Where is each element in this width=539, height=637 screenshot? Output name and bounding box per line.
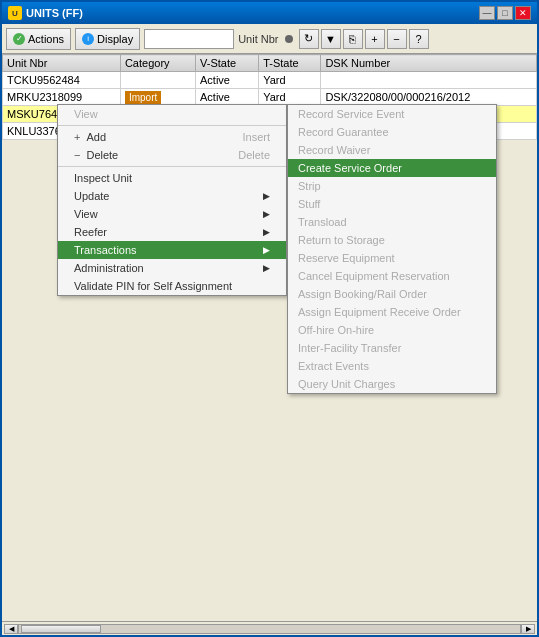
horizontal-scrollbar[interactable]: ◀ ▶ — [2, 621, 537, 635]
submenu-item-transload: Transload — [288, 213, 496, 231]
menu-item-administration[interactable]: Administration ▶ — [58, 259, 286, 277]
col-category[interactable]: Category — [120, 55, 195, 72]
display-button[interactable]: i Display — [75, 28, 140, 50]
main-window: U UNITS (FF) — □ ✕ ✓ Actions i Display U… — [0, 0, 539, 637]
menu-item-delete[interactable]: − Delete Delete — [58, 146, 286, 164]
menu-item-label: Cancel Equipment Reservation — [298, 270, 450, 282]
menu-item-label: View — [74, 208, 98, 220]
menu-item-label: Record Service Event — [298, 108, 404, 120]
maximize-button[interactable]: □ — [497, 6, 513, 20]
menu-item-reefer[interactable]: Reefer ▶ — [58, 223, 286, 241]
cell-category — [120, 72, 195, 89]
cell-dsk-number — [321, 72, 537, 89]
submenu-arrow-icon: ▶ — [263, 209, 270, 219]
menu-item-shortcut: Insert — [242, 131, 270, 143]
display-label: Display — [97, 33, 133, 45]
filter-button[interactable]: ▼ — [321, 29, 341, 49]
close-button[interactable]: ✕ — [515, 6, 531, 20]
menu-item-label: Extract Events — [298, 360, 369, 372]
submenu-item-return-to-storage: Return to Storage — [288, 231, 496, 249]
submenu-item-assign-booking-rail-order: Assign Booking/Rail Order — [288, 285, 496, 303]
table-row[interactable]: MRKU2318099 Import Active Yard DSK/32208… — [3, 89, 537, 106]
menu-item-icon: − — [74, 149, 80, 161]
menu-item-inspect-unit[interactable]: Inspect Unit — [58, 169, 286, 187]
cell-t-state: Yard — [259, 89, 321, 106]
title-bar: U UNITS (FF) — □ ✕ — [2, 2, 537, 24]
submenu-arrow-icon: ▶ — [263, 263, 270, 273]
menu-item-validate-pin[interactable]: Validate PIN for Self Assignment — [58, 277, 286, 295]
scrollbar-thumb[interactable] — [21, 625, 101, 633]
menu-item-label: Assign Equipment Receive Order — [298, 306, 461, 318]
menu-item-label: Query Unit Charges — [298, 378, 395, 390]
menu-item-label: Record Waiver — [298, 144, 370, 156]
copy-button[interactable]: ⎘ — [343, 29, 363, 49]
menu-item-icon: + — [74, 131, 80, 143]
submenu-item-strip: Strip — [288, 177, 496, 195]
submenu-item-stuff: Stuff — [288, 195, 496, 213]
remove-button[interactable]: − — [387, 29, 407, 49]
menu-separator — [58, 166, 286, 167]
search-dot-indicator — [285, 35, 293, 43]
menu-item-view2[interactable]: View ▶ — [58, 205, 286, 223]
submenu-item-inter-facility-transfer: Inter-Facility Transfer — [288, 339, 496, 357]
submenu-item-record-service-event: Record Service Event — [288, 105, 496, 123]
transactions-submenu[interactable]: Record Service Event Record Guarantee Re… — [287, 104, 497, 394]
col-unit-nbr[interactable]: Unit Nbr — [3, 55, 121, 72]
scroll-left-button[interactable]: ◀ — [4, 624, 18, 634]
menu-item-label: Return to Storage — [298, 234, 385, 246]
table-header: Unit Nbr Category V-State T-State DSK Nu… — [3, 55, 537, 72]
menu-item-label: Add — [86, 131, 106, 143]
cell-unit-nbr: TCKU9562484 — [3, 72, 121, 89]
menu-item-label: Inspect Unit — [74, 172, 132, 184]
menu-item-label: Reefer — [74, 226, 107, 238]
menu-item-label: Assign Booking/Rail Order — [298, 288, 427, 300]
menu-item-label: View — [74, 108, 98, 120]
cell-category: Import — [120, 89, 195, 106]
submenu-item-reserve-equipment: Reserve Equipment — [288, 249, 496, 267]
menu-item-label: Stuff — [298, 198, 320, 210]
submenu-item-create-service-order[interactable]: Create Service Order — [288, 159, 496, 177]
menu-item-transactions[interactable]: Transactions ▶ — [58, 241, 286, 259]
actions-icon: ✓ — [13, 33, 25, 45]
window-title: UNITS (FF) — [26, 7, 83, 19]
menu-item-label: Administration — [74, 262, 144, 274]
toolbar: ✓ Actions i Display Unit Nbr ↻ ▼ ⎘ + − ? — [2, 24, 537, 54]
menu-item-label: Reserve Equipment — [298, 252, 395, 264]
cell-v-state: Active — [196, 72, 259, 89]
menu-item-add[interactable]: + Add Insert — [58, 128, 286, 146]
menu-item-update[interactable]: Update ▶ — [58, 187, 286, 205]
col-t-state[interactable]: T-State — [259, 55, 321, 72]
scrollbar-track[interactable] — [18, 624, 521, 634]
actions-button[interactable]: ✓ Actions — [6, 28, 71, 50]
col-v-state[interactable]: V-State — [196, 55, 259, 72]
add-button[interactable]: + — [365, 29, 385, 49]
menu-item-label: Off-hire On-hire — [298, 324, 374, 336]
import-badge: Import — [125, 91, 161, 104]
col-dsk-number[interactable]: DSK Number — [321, 55, 537, 72]
table-row[interactable]: TCKU9562484 Active Yard — [3, 72, 537, 89]
menu-item-view: View — [58, 105, 286, 123]
submenu-item-assign-equipment-receive-order: Assign Equipment Receive Order — [288, 303, 496, 321]
submenu-arrow-icon: ▶ — [263, 245, 270, 255]
help-button[interactable]: ? — [409, 29, 429, 49]
search-input[interactable] — [144, 29, 234, 49]
submenu-item-cancel-equipment-reservation: Cancel Equipment Reservation — [288, 267, 496, 285]
submenu-item-query-unit-charges: Query Unit Charges — [288, 375, 496, 393]
search-label: Unit Nbr — [238, 33, 278, 45]
submenu-item-extract-events: Extract Events — [288, 357, 496, 375]
context-menu[interactable]: View + Add Insert − Delete Delete Inspec… — [57, 104, 287, 296]
title-bar-left: U UNITS (FF) — [8, 6, 83, 20]
minimize-button[interactable]: — — [479, 6, 495, 20]
cell-t-state: Yard — [259, 72, 321, 89]
title-bar-controls: — □ ✕ — [479, 6, 531, 20]
scroll-right-button[interactable]: ▶ — [521, 624, 535, 634]
refresh-button[interactable]: ↻ — [299, 29, 319, 49]
cell-v-state: Active — [196, 89, 259, 106]
menu-item-label: Delete — [86, 149, 118, 161]
submenu-arrow-icon: ▶ — [263, 227, 270, 237]
submenu-item-offhire-onhire: Off-hire On-hire — [288, 321, 496, 339]
submenu-item-record-guarantee: Record Guarantee — [288, 123, 496, 141]
display-icon: i — [82, 33, 94, 45]
menu-item-label: Validate PIN for Self Assignment — [74, 280, 232, 292]
cell-unit-nbr: MRKU2318099 — [3, 89, 121, 106]
